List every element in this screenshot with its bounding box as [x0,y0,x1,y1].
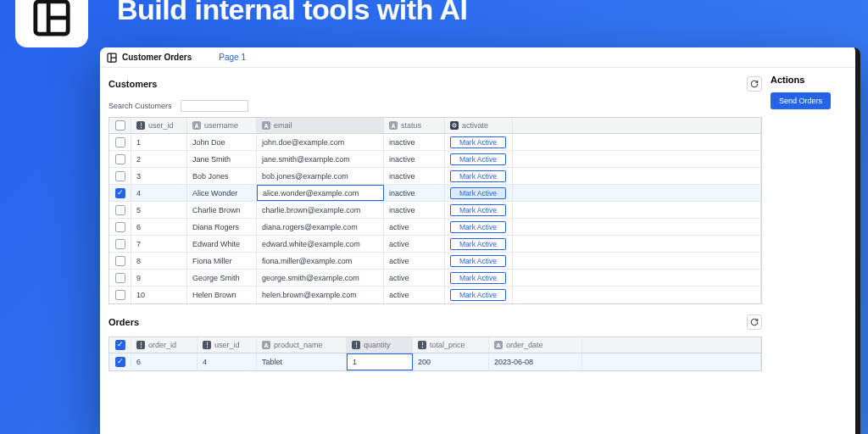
mark-active-button[interactable]: Mark Active [450,204,506,216]
mark-active-button[interactable]: Mark Active [450,170,506,182]
cell-email[interactable]: jane.smith@example.com [257,151,384,167]
customer-row[interactable]: 4Alice Wonderalice.wonder@example.comina… [109,185,761,202]
cell-email[interactable]: john.doe@example.com [257,134,384,150]
cell-status[interactable]: active [384,219,445,235]
col-header-product-name[interactable]: Aproduct_name [257,337,347,353]
cell-user-id[interactable]: 6 [131,219,187,235]
row-checkbox[interactable] [115,222,125,232]
col-header-order-id[interactable]: ⋮order_id [131,337,198,353]
row-checkbox[interactable] [115,273,125,283]
cell-user-id[interactable]: 5 [131,202,187,218]
cell-email[interactable]: bob.jones@example.com [257,168,384,184]
refresh-orders-button[interactable] [747,314,762,330]
select-all-orders-checkbox[interactable] [115,340,125,350]
actions-title: Actions [771,75,847,85]
cell-username[interactable]: George Smith [187,270,257,286]
row-checkbox[interactable] [115,256,125,266]
cell-status[interactable]: inactive [384,202,445,218]
cell-username[interactable]: Helen Brown [187,287,257,303]
col-header-quantity[interactable]: ⋮quantity [347,337,413,353]
col-header-email[interactable]: Aemail [257,118,384,133]
customer-row[interactable]: 6Diana Rogersdiana.rogers@example.comact… [109,219,761,236]
col-header-total-price[interactable]: ⋮total_price [413,337,489,353]
col-header-username[interactable]: Ausername [187,118,257,133]
cell-user-id[interactable]: 3 [131,168,187,184]
mark-active-button[interactable]: Mark Active [450,187,506,199]
cell-email[interactable]: fiona.miller@example.com [257,253,384,269]
row-checkbox[interactable] [115,137,125,147]
mark-active-button[interactable]: Mark Active [450,255,506,267]
cell-username[interactable]: John Doe [187,134,257,150]
col-header-order-date[interactable]: Aorder_date [489,337,582,353]
row-checkbox[interactable] [115,239,125,249]
customer-row[interactable]: 10Helen Brownhelen.brown@example.comacti… [109,287,761,303]
cell-status[interactable]: inactive [384,185,445,201]
mark-active-button[interactable]: Mark Active [450,221,506,233]
cell-user-id[interactable]: 7 [131,236,187,252]
cell-email[interactable]: edward.white@example.com [257,236,384,252]
col-header-status[interactable]: Astatus [384,118,445,133]
cell-status[interactable]: inactive [384,134,445,150]
row-checkbox[interactable] [115,171,125,181]
cell-total-price[interactable]: 200 [413,353,489,370]
cell-username[interactable]: Fiona Miller [187,253,257,269]
cell-user-id[interactable]: 1 [131,134,187,150]
order-row[interactable]: 64Tablet12002023-06-08 [109,353,761,370]
select-all-customers-checkbox[interactable] [115,120,125,131]
cell-username[interactable]: Bob Jones [187,168,257,184]
customer-row[interactable]: 7Edward Whiteedward.white@example.comact… [109,236,761,253]
row-checkbox[interactable] [115,188,125,198]
cell-username[interactable]: Edward White [187,236,257,252]
cell-email[interactable]: helen.brown@example.com [257,287,384,303]
mark-active-button[interactable]: Mark Active [450,238,506,250]
search-customers-input[interactable] [181,100,248,112]
cell-username[interactable]: Charlie Brown [187,202,257,218]
cell-order-id[interactable]: 6 [131,353,198,370]
cell-username[interactable]: Jane Smith [187,151,257,167]
customer-row[interactable]: 9George Smithgeorge.smith@example.comact… [109,270,761,287]
customer-row[interactable]: 2Jane Smithjane.smith@example.cominactiv… [109,151,761,168]
customer-row[interactable]: 5Charlie Browncharlie.brown@example.comi… [109,202,761,219]
cell-status[interactable]: active [384,253,445,269]
cell-user-id[interactable]: 9 [131,270,187,286]
cell-status[interactable]: inactive [384,151,445,167]
cell-username[interactable]: Diana Rogers [187,219,257,235]
mark-active-button[interactable]: Mark Active [450,136,506,148]
cell-order-date[interactable]: 2023-06-08 [489,353,582,370]
cell-email[interactable]: alice.wonder@example.com [257,185,384,201]
col-header-order-user-id[interactable]: ⋮user_id [198,337,257,353]
customer-row[interactable]: 3Bob Jonesbob.jones@example.cominactiveM… [109,168,761,185]
cell-user-id[interactable]: 4 [198,353,257,370]
row-checkbox[interactable] [115,357,125,367]
cell-email[interactable]: diana.rogers@example.com [257,219,384,235]
cell-product-name[interactable]: Tablet [257,353,347,370]
cell-email[interactable]: charlie.brown@example.com [257,202,384,218]
row-checkbox[interactable] [115,154,125,164]
page-indicator[interactable]: Page 1 [219,53,246,62]
brand-logo [15,0,88,47]
cell-status[interactable]: active [384,287,445,303]
col-header-activate[interactable]: ⊙activate [445,118,513,133]
customer-row[interactable]: 8Fiona Millerfiona.miller@example.comact… [109,253,761,270]
mark-active-button[interactable]: Mark Active [450,289,506,301]
cell-user-id[interactable]: 8 [131,253,187,269]
cell-user-id[interactable]: 2 [131,151,187,167]
send-orders-button[interactable]: Send Orders [771,92,831,109]
row-checkbox[interactable] [115,290,125,300]
cell-status[interactable]: active [384,236,445,252]
customer-row[interactable]: 1John Doejohn.doe@example.cominactiveMar… [109,134,761,151]
customers-table: ⋮user_id Ausername Aemail Astatus ⊙activ… [108,117,762,304]
cell-status[interactable]: inactive [384,168,445,184]
cell-email[interactable]: george.smith@example.com [257,270,384,286]
layout-icon [107,53,117,63]
mark-active-button[interactable]: Mark Active [450,272,506,284]
cell-user-id[interactable]: 10 [131,287,187,303]
cell-quantity[interactable]: 1 [347,353,413,370]
col-header-user-id[interactable]: ⋮user_id [131,118,187,133]
row-checkbox[interactable] [115,205,125,215]
cell-user-id[interactable]: 4 [131,185,187,201]
mark-active-button[interactable]: Mark Active [450,153,506,165]
cell-status[interactable]: active [384,270,445,286]
cell-username[interactable]: Alice Wonder [187,185,257,201]
refresh-customers-button[interactable] [747,76,762,92]
